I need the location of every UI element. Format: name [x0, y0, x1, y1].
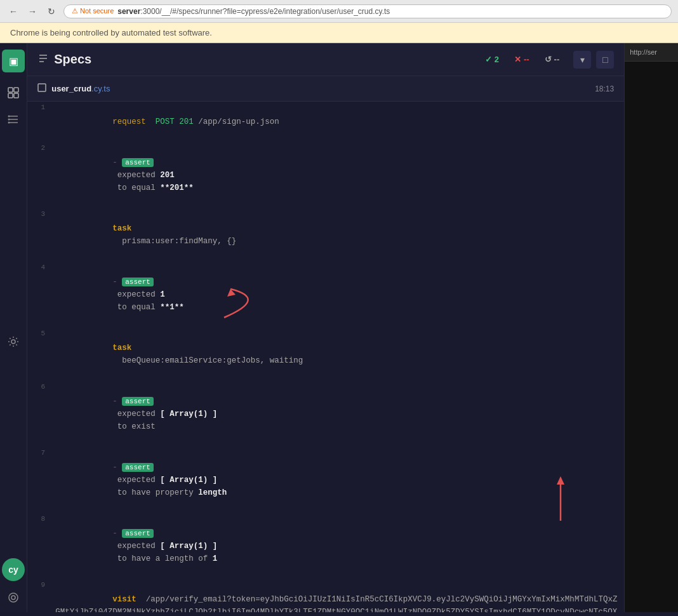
code-line-6: 6 - assert expected [ Array(1) ] to exis… [27, 381, 624, 447]
code-line-7: 7 - assert expected [ Array(1) ] to have… [27, 447, 624, 513]
file-name: user_crud [51, 84, 91, 93]
right-panel-url: http://ser [625, 43, 678, 62]
url-path: :3000/__/#/specs/runner?file=cypress/e2e… [140, 7, 390, 16]
chevron-down-button[interactable]: ▾ [573, 51, 591, 69]
file-header: user_crud .cy.ts 18:13 [27, 76, 624, 102]
sidebar-item-list[interactable] [2, 108, 25, 131]
svg-point-10 [11, 340, 15, 344]
url-server: server [117, 7, 140, 16]
code-area[interactable]: 1 request POST 201 /app/sign-up.json 2 -… [27, 102, 624, 612]
not-secure-indicator: ⚠ Not secure [72, 7, 114, 15]
file-ext: .cy.ts [91, 84, 110, 93]
code-line-8: 8 - assert expected [ Array(1) ] to have… [27, 513, 624, 579]
specs-title: Specs [54, 52, 91, 67]
automation-banner: Chrome is being controlled by automated … [0, 23, 678, 43]
svg-point-9 [8, 122, 10, 124]
pass-stat: ✓ 2 [480, 53, 504, 66]
assert-badge-8: assert [122, 529, 154, 538]
sidebar-item-settings[interactable] [2, 330, 25, 353]
right-panel: http://ser [624, 43, 678, 612]
cy-bottom-logo: cy [2, 558, 25, 581]
code-line-9: 9 visit /app/verify_email?token=eyJhbGci… [27, 579, 624, 612]
address-bar[interactable]: ⚠ Not secure server:3000/__/#/specs/runn… [63, 4, 672, 18]
svg-point-11 [9, 593, 18, 602]
specs-title-area: Specs [37, 52, 479, 67]
assert-badge-7: assert [122, 463, 154, 472]
svg-rect-3 [14, 93, 18, 98]
right-panel-content [625, 62, 678, 612]
specs-header: Specs ✓ 2 ✕ -- ↺ -- ▾ □ [27, 43, 624, 76]
code-container: 1 request POST 201 /app/sign-up.json 2 -… [27, 102, 624, 612]
file-icon [37, 83, 46, 94]
assert-badge-2: assert [122, 158, 154, 167]
svg-rect-1 [14, 88, 18, 92]
svg-rect-0 [8, 88, 13, 92]
fail-stat: ✕ -- [509, 53, 535, 66]
code-line-1: 1 request POST 201 /app/sign-up.json [27, 102, 624, 142]
browser-bar: ← → ↻ ⚠ Not secure server:3000/__/#/spec… [0, 0, 678, 23]
sidebar-bottom-icon[interactable] [7, 591, 20, 606]
code-line-3: 3 task prisma:user:findMany, {} [27, 208, 624, 262]
cypress-logo: ▣ [2, 50, 25, 72]
url-display: server:3000/__/#/specs/runner?file=cypre… [117, 7, 390, 16]
svg-rect-2 [8, 93, 13, 98]
code-line-4: 4 - assert expected 1 to equal **1** [27, 262, 624, 328]
cypress-panel: Specs ✓ 2 ✕ -- ↺ -- ▾ □ [27, 43, 624, 612]
forward-button[interactable]: → [25, 4, 39, 18]
svg-point-8 [8, 119, 10, 121]
assert-badge-4: assert [122, 278, 154, 286]
code-line-5: 5 task beeQueue:emailService:getJobs, wa… [27, 328, 624, 381]
main-layout: ▣ cy [0, 43, 678, 612]
file-timestamp: 18:13 [595, 84, 614, 93]
square-button[interactable]: □ [596, 51, 614, 69]
code-line-2: 2 - assert expected 201 to equal **201** [27, 142, 624, 208]
specs-icon [37, 53, 49, 67]
reload-button[interactable]: ↻ [44, 4, 58, 18]
svg-point-12 [11, 596, 15, 599]
pending-stat: ↺ -- [540, 53, 565, 66]
sidebar: ▣ cy [0, 43, 27, 612]
svg-rect-16 [38, 84, 46, 91]
specs-stats: ✓ 2 ✕ -- ↺ -- ▾ □ [480, 51, 615, 69]
back-button[interactable]: ← [6, 4, 20, 18]
assert-badge-6: assert [122, 397, 154, 406]
sidebar-item-dashboard[interactable] [2, 81, 25, 104]
svg-point-7 [8, 116, 10, 117]
